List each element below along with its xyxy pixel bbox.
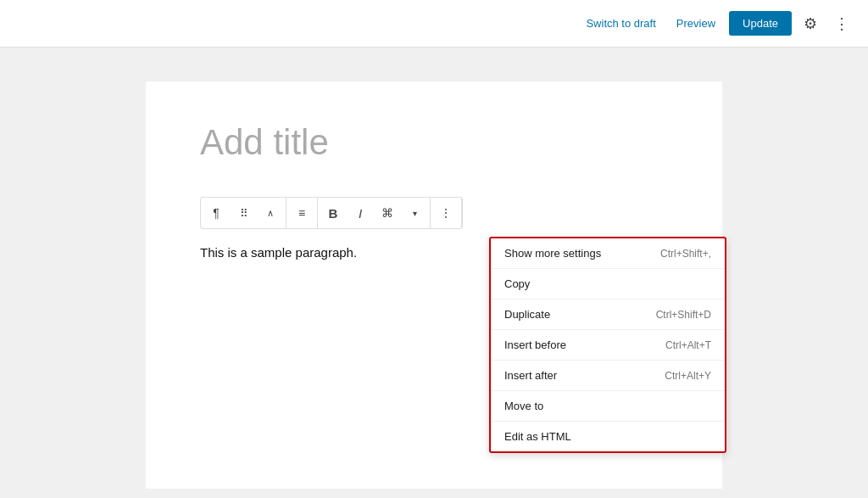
edit-as-html-item[interactable]: Edit as HTML [491, 422, 725, 451]
update-button[interactable]: Update [729, 11, 792, 36]
insert-before-item[interactable]: Insert before Ctrl+Alt+T [491, 330, 725, 361]
align-button[interactable]: ≡ [288, 198, 315, 228]
preview-link[interactable]: Preview [670, 12, 722, 35]
insert-after-shortcut: Ctrl+Alt+Y [665, 370, 711, 382]
up-arrow-icon: ∧ [267, 208, 274, 219]
title-field[interactable]: Add title [200, 122, 668, 163]
format-chevron-button[interactable]: ▾ [401, 198, 428, 228]
duplicate-item[interactable]: Duplicate Ctrl+Shift+D [491, 299, 725, 330]
block-dropdown-menu: Show more settings Ctrl+Shift+, Copy Dup… [489, 237, 726, 453]
more-options-button[interactable] [829, 9, 854, 38]
editor-content: Add title ¶ ⠿ ∧ ≡ B [146, 81, 722, 489]
toolbar-group-format: B I ⌘ ▾ [318, 198, 431, 228]
editor-area: Add title ¶ ⠿ ∧ ≡ B [0, 48, 868, 498]
drag-icon: ⠿ [240, 207, 248, 220]
move-to-label: Move to [504, 400, 543, 412]
gear-icon [804, 14, 817, 33]
move-up-button[interactable]: ∧ [257, 198, 284, 228]
duplicate-label: Duplicate [504, 308, 550, 321]
insert-after-label: Insert after [504, 369, 557, 382]
insert-before-label: Insert before [504, 339, 566, 351]
show-more-settings-label: Show more settings [504, 247, 601, 260]
chevron-down-icon: ▾ [413, 209, 417, 218]
edit-as-html-label: Edit as HTML [504, 430, 571, 443]
show-more-settings-shortcut: Ctrl+Shift+, [660, 248, 711, 260]
insert-after-item[interactable]: Insert after Ctrl+Alt+Y [491, 361, 725, 391]
switch-to-draft-link[interactable]: Switch to draft [579, 12, 662, 35]
settings-button[interactable] [798, 9, 822, 38]
toolbar-group-type: ¶ ⠿ ∧ [201, 198, 287, 228]
bold-button[interactable]: B [320, 198, 347, 228]
align-icon: ≡ [298, 206, 305, 220]
block-toolbar: ¶ ⠿ ∧ ≡ B I [200, 197, 463, 229]
paragraph-icon: ¶ [213, 206, 220, 220]
more-icon [834, 14, 849, 33]
copy-label: Copy [504, 277, 530, 290]
drag-button[interactable]: ⠿ [230, 198, 257, 228]
dots-vertical-icon: ⋮ [440, 206, 452, 220]
move-to-item[interactable]: Move to [491, 391, 725, 422]
italic-button[interactable]: I [347, 198, 374, 228]
link-button[interactable]: ⌘ [374, 198, 401, 228]
link-icon: ⌘ [381, 206, 393, 220]
duplicate-shortcut: Ctrl+Shift+D [656, 309, 711, 321]
toolbar-group-align: ≡ [287, 198, 318, 228]
italic-icon: I [359, 206, 362, 221]
insert-before-shortcut: Ctrl+Alt+T [665, 339, 711, 351]
show-more-settings-item[interactable]: Show more settings Ctrl+Shift+, [491, 238, 725, 269]
toolbar-group-more: ⋮ [431, 198, 462, 228]
bold-icon: B [329, 206, 338, 221]
paragraph-type-button[interactable]: ¶ [203, 198, 230, 228]
copy-item[interactable]: Copy [491, 269, 725, 299]
topbar: Switch to draft Preview Update [0, 0, 868, 48]
more-options-block-button[interactable]: ⋮ [432, 198, 459, 228]
